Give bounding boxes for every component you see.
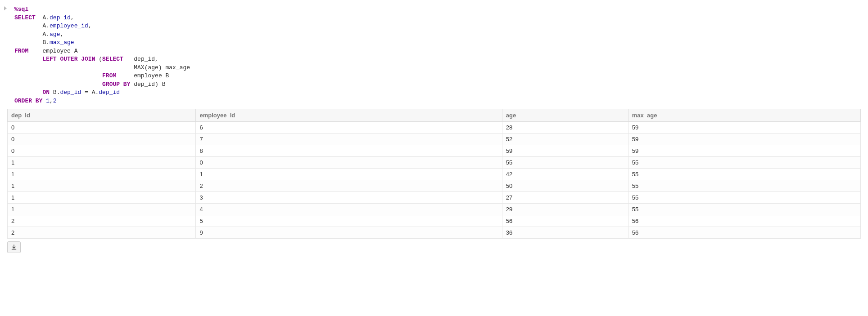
table-row: 142955 [8, 204, 861, 215]
result-table: dep_idemployee_idagemax_age 062859075259… [7, 109, 861, 239]
column-header[interactable]: age [502, 109, 628, 122]
table-cell: 1 [8, 157, 196, 169]
table-cell: 52 [502, 134, 628, 145]
table-row: 132755 [8, 192, 861, 204]
table-cell: 1 [196, 169, 502, 180]
table-cell: 5 [196, 215, 502, 227]
table-cell: 4 [196, 204, 502, 215]
table-cell: 0 [8, 122, 196, 134]
table-cell: 56 [628, 215, 860, 227]
table-header-row: dep_idemployee_idagemax_age [8, 109, 861, 122]
table-cell: 55 [628, 157, 860, 169]
table-row: 075259 [8, 134, 861, 145]
cell-output-area: dep_idemployee_idagemax_age 062859075259… [0, 109, 868, 257]
table-cell: 42 [502, 169, 628, 180]
table-cell: 1 [8, 180, 196, 192]
table-cell: 27 [502, 192, 628, 204]
table-cell: 0 [8, 134, 196, 145]
table-row: 062859 [8, 122, 861, 134]
table-cell: 55 [628, 180, 860, 192]
table-cell: 29 [502, 204, 628, 215]
table-cell: 1 [8, 192, 196, 204]
table-row: 125055 [8, 180, 861, 192]
table-cell: 55 [628, 204, 860, 215]
download-button[interactable] [7, 241, 21, 253]
table-cell: 55 [628, 192, 860, 204]
table-cell: 1 [8, 204, 196, 215]
table-body: 0628590752590859591055551142551250551327… [8, 122, 861, 239]
table-cell: 7 [196, 134, 502, 145]
table-cell: 28 [502, 122, 628, 134]
table-cell: 6 [196, 122, 502, 134]
table-cell: 0 [8, 145, 196, 157]
sql-code-editor[interactable]: %sql SELECT A.dep_id, A.employee_id, A.a… [11, 4, 190, 109]
table-row: 105555 [8, 157, 861, 169]
column-header[interactable]: employee_id [196, 109, 502, 122]
table-cell: 36 [502, 227, 628, 239]
table-row: 293656 [8, 227, 861, 239]
table-cell: 59 [628, 134, 860, 145]
table-cell: 3 [196, 192, 502, 204]
table-cell: 59 [502, 145, 628, 157]
table-row: 085959 [8, 145, 861, 157]
notebook-cell: %sql SELECT A.dep_id, A.employee_id, A.a… [0, 0, 868, 257]
table-cell: 0 [196, 157, 502, 169]
table-cell: 59 [628, 145, 860, 157]
download-icon [11, 245, 17, 250]
table-cell: 55 [502, 157, 628, 169]
collapse-chevron-icon[interactable] [0, 4, 11, 11]
table-cell: 9 [196, 227, 502, 239]
table-row: 255656 [8, 215, 861, 227]
table-cell: 2 [196, 180, 502, 192]
table-cell: 59 [628, 122, 860, 134]
table-row: 114255 [8, 169, 861, 180]
table-cell: 50 [502, 180, 628, 192]
table-cell: 56 [502, 215, 628, 227]
column-header[interactable]: max_age [628, 109, 860, 122]
table-cell: 2 [8, 227, 196, 239]
table-cell: 56 [628, 227, 860, 239]
table-cell: 55 [628, 169, 860, 180]
cell-input-area: %sql SELECT A.dep_id, A.employee_id, A.a… [0, 4, 868, 109]
table-cell: 1 [8, 169, 196, 180]
table-cell: 2 [8, 215, 196, 227]
column-header[interactable]: dep_id [8, 109, 196, 122]
table-cell: 8 [196, 145, 502, 157]
